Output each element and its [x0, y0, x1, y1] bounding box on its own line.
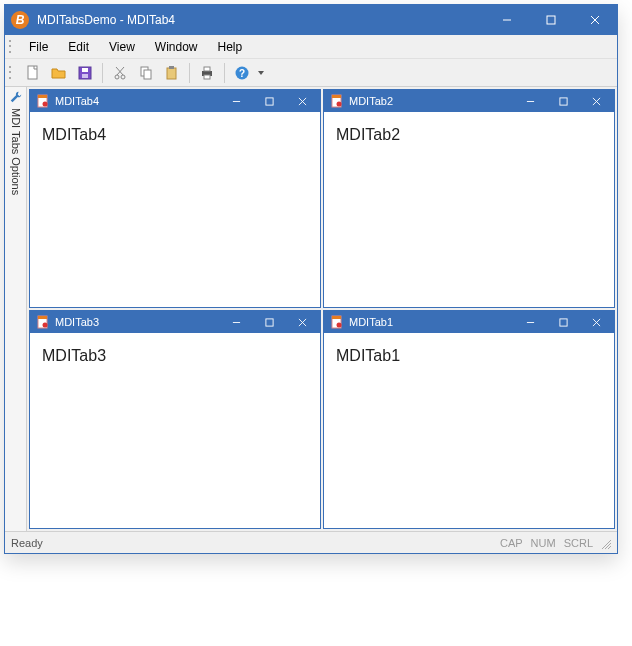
menu-edit[interactable]: Edit [58, 37, 99, 57]
mdi-titlebar[interactable]: MDITab3 [30, 311, 320, 333]
paste-icon [164, 65, 180, 81]
mdi-close-button[interactable] [288, 311, 316, 333]
mdi-child-window[interactable]: MDITab1 MDITab1 [323, 310, 615, 529]
mdi-minimize-button[interactable] [516, 311, 544, 333]
window-title: MDITabsDemo - MDITab4 [37, 13, 485, 27]
mdi-content: MDITab2 [324, 112, 614, 307]
svg-rect-17 [204, 67, 210, 71]
toolbar-separator [102, 63, 103, 83]
mdi-title: MDITab3 [55, 316, 217, 328]
svg-rect-43 [332, 316, 341, 319]
menubar-grip[interactable] [9, 39, 15, 55]
svg-point-44 [337, 323, 342, 328]
help-dropdown-arrow[interactable] [256, 71, 266, 75]
toolbar-separator [224, 63, 225, 83]
side-panel[interactable]: MDI Tabs Options [5, 87, 27, 531]
help-button[interactable]: ? [230, 61, 254, 85]
svg-rect-25 [265, 97, 272, 104]
menu-window[interactable]: Window [145, 37, 208, 57]
svg-rect-18 [204, 75, 210, 79]
svg-rect-13 [144, 70, 151, 79]
mdi-maximize-button[interactable] [549, 90, 577, 112]
svg-rect-7 [82, 74, 88, 78]
copy-button[interactable] [134, 61, 158, 85]
help-icon: ? [234, 65, 250, 81]
save-button[interactable] [73, 61, 97, 85]
document-icon [36, 315, 50, 329]
svg-line-10 [117, 67, 124, 75]
svg-rect-4 [28, 66, 37, 79]
svg-point-9 [121, 75, 125, 79]
svg-rect-46 [559, 318, 566, 325]
mdi-maximize-button[interactable] [549, 311, 577, 333]
mdi-title: MDITab2 [349, 95, 511, 107]
status-cap: CAP [500, 537, 523, 549]
mdi-content: MDITab1 [324, 333, 614, 528]
mdi-close-button[interactable] [288, 90, 316, 112]
maximize-button[interactable] [529, 5, 573, 35]
print-icon [199, 65, 215, 81]
svg-rect-22 [38, 95, 47, 98]
mdi-content: MDITab3 [30, 333, 320, 528]
save-icon [77, 65, 93, 81]
svg-rect-6 [82, 68, 88, 72]
document-icon [330, 94, 344, 108]
titlebar[interactable]: B MDITabsDemo - MDITab4 [5, 5, 617, 35]
wrench-icon [9, 90, 23, 104]
status-num: NUM [531, 537, 556, 549]
new-file-button[interactable] [21, 61, 45, 85]
mdi-minimize-button[interactable] [222, 311, 250, 333]
resize-grip[interactable] [599, 537, 611, 549]
mdi-close-button[interactable] [582, 90, 610, 112]
svg-point-8 [115, 75, 119, 79]
mdi-titlebar[interactable]: MDITab2 [324, 90, 614, 112]
svg-rect-15 [169, 66, 174, 69]
svg-point-23 [43, 102, 48, 107]
open-button[interactable] [47, 61, 71, 85]
close-button[interactable] [573, 5, 617, 35]
svg-text:?: ? [239, 68, 245, 79]
toolbar-grip[interactable] [9, 65, 15, 81]
mdi-content: MDITab4 [30, 112, 320, 307]
print-button[interactable] [195, 61, 219, 85]
new-file-icon [25, 65, 41, 81]
mdi-minimize-button[interactable] [516, 90, 544, 112]
menu-file[interactable]: File [19, 37, 58, 57]
svg-rect-36 [38, 316, 47, 319]
side-panel-label: MDI Tabs Options [10, 108, 22, 195]
mdi-maximize-button[interactable] [255, 90, 283, 112]
toolbar-separator [189, 63, 190, 83]
status-scrl: SCRL [564, 537, 593, 549]
menu-help[interactable]: Help [208, 37, 253, 57]
minimize-button[interactable] [485, 5, 529, 35]
client-area: MDI Tabs Options MDITab4 MDITab4 MDITab2 [5, 87, 617, 531]
statusbar: Ready CAP NUM SCRL [5, 531, 617, 553]
svg-rect-39 [265, 318, 272, 325]
svg-point-37 [43, 323, 48, 328]
document-icon [330, 315, 344, 329]
mdi-close-button[interactable] [582, 311, 610, 333]
copy-icon [138, 65, 154, 81]
svg-line-11 [116, 67, 123, 75]
mdi-child-window[interactable]: MDITab3 MDITab3 [29, 310, 321, 529]
mdi-title: MDITab4 [55, 95, 217, 107]
menubar: File Edit View Window Help [5, 35, 617, 59]
mdi-titlebar[interactable]: MDITab1 [324, 311, 614, 333]
open-folder-icon [51, 65, 67, 81]
app-icon: B [11, 11, 29, 29]
chevron-down-icon [258, 71, 264, 75]
menu-view[interactable]: View [99, 37, 145, 57]
mdi-child-window[interactable]: MDITab4 MDITab4 [29, 89, 321, 308]
cut-button[interactable] [108, 61, 132, 85]
paste-button[interactable] [160, 61, 184, 85]
mdi-maximize-button[interactable] [255, 311, 283, 333]
cut-icon [112, 65, 128, 81]
svg-rect-14 [167, 68, 176, 79]
mdi-area: MDITab4 MDITab4 MDITab2 MDITab2 [27, 87, 617, 531]
svg-rect-32 [559, 97, 566, 104]
svg-rect-1 [547, 16, 555, 24]
mdi-minimize-button[interactable] [222, 90, 250, 112]
svg-rect-29 [332, 95, 341, 98]
mdi-child-window[interactable]: MDITab2 MDITab2 [323, 89, 615, 308]
mdi-titlebar[interactable]: MDITab4 [30, 90, 320, 112]
